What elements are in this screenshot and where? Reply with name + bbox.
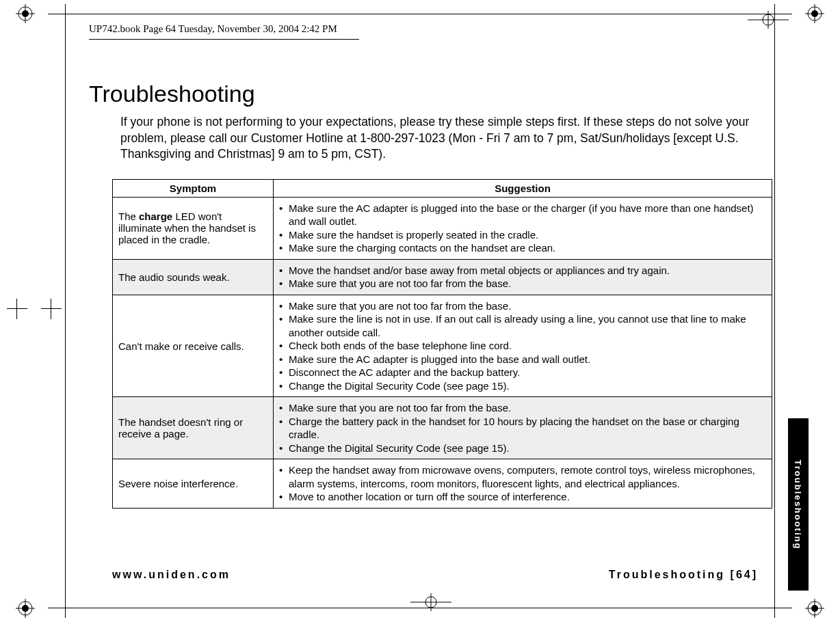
- suggestion-cell: Make sure the AC adapter is plugged into…: [274, 197, 772, 259]
- registration-mark-icon: [805, 4, 824, 23]
- cross-mark-icon: [7, 299, 27, 319]
- list-item: Make sure that you are not too far from …: [279, 401, 766, 415]
- registration-mark-icon: [805, 599, 824, 618]
- table-row: Can't make or receive calls. Make sure t…: [113, 295, 772, 397]
- list-item: Change the Digital Security Code (see pa…: [279, 379, 766, 393]
- registration-mark-icon: [16, 599, 35, 618]
- registration-mark-icon: [16, 4, 35, 23]
- table-row: The handset doesn't ring or receive a pa…: [113, 397, 772, 459]
- list-item: Move the handset and/or base away from m…: [279, 264, 766, 278]
- troubleshooting-table: Symptom Suggestion The charge LED won't …: [112, 179, 772, 509]
- symptom-cell: The audio sounds weak.: [113, 259, 274, 295]
- list-item: Keep the handset away from microwave ove…: [279, 463, 766, 490]
- page-title: Troubleshooting: [89, 81, 799, 107]
- list-item: Make sure the charging contacts on the h…: [279, 241, 766, 255]
- symptom-cell: Can't make or receive calls.: [113, 295, 274, 397]
- list-item: Charge the battery pack in the handset f…: [279, 415, 766, 442]
- list-item: Make sure that you are not too far from …: [279, 277, 766, 290]
- list-item: Disconnect the AC adapter and the backup…: [279, 366, 766, 379]
- list-item: Move to another location or turn off the…: [279, 490, 766, 504]
- list-item: Make sure that you are not too far from …: [279, 299, 766, 313]
- table-row: The audio sounds weak. Move the handset …: [113, 259, 772, 295]
- page-footer: www.uniden.com Troubleshooting [64]: [89, 569, 799, 581]
- footer-url: www.uniden.com: [112, 569, 231, 581]
- text: The: [118, 211, 139, 222]
- crop-rule: [65, 4, 66, 618]
- symptom-cell: The charge LED won't illuminate when the…: [113, 197, 274, 259]
- symptom-cell: The handset doesn't ring or receive a pa…: [113, 397, 274, 459]
- suggestion-cell: Move the handset and/or base away from m…: [274, 259, 772, 295]
- suggestion-cell: Make sure that you are not too far from …: [274, 295, 772, 397]
- col-header-symptom: Symptom: [113, 179, 274, 197]
- symptom-cell: Severe noise interference.: [113, 459, 274, 509]
- list-item: Make sure the line is not in use. If an …: [279, 312, 766, 339]
- list-item: Make sure the handset is properly seated…: [279, 228, 766, 242]
- intro-paragraph: If your phone is not performing to your …: [120, 114, 751, 163]
- suggestion-cell: Keep the handset away from microwave ove…: [274, 459, 772, 509]
- list-item: Change the Digital Security Code (see pa…: [279, 442, 766, 455]
- footer-section: Troubleshooting [64]: [609, 569, 758, 581]
- table-row: Severe noise interference. Keep the hand…: [113, 459, 772, 509]
- list-item: Make sure the AC adapter is plugged into…: [279, 202, 766, 228]
- page: UP742.book Page 64 Tuesday, November 30,…: [89, 21, 799, 601]
- suggestion-cell: Make sure that you are not too far from …: [274, 397, 772, 459]
- col-header-suggestion: Suggestion: [274, 179, 772, 197]
- text-bold: charge: [139, 211, 172, 222]
- list-item: Check both ends of the base telephone li…: [279, 339, 766, 353]
- list-item: Make sure the AC adapter is plugged into…: [279, 353, 766, 366]
- crop-rule: [48, 14, 792, 14]
- running-header: UP742.book Page 64 Tuesday, November 30,…: [89, 21, 359, 40]
- cross-mark-icon: [41, 299, 62, 319]
- table-row: The charge LED won't illuminate when the…: [113, 197, 772, 259]
